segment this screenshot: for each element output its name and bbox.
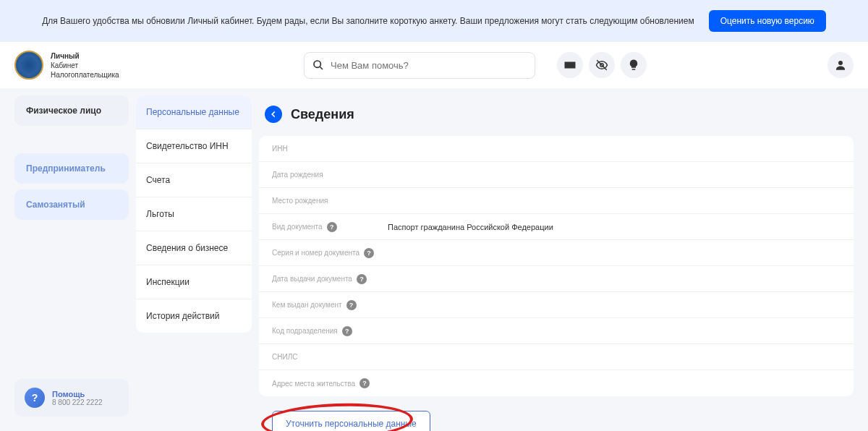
svg-point-0 (314, 61, 320, 67)
tab-history[interactable]: История действий (136, 299, 252, 333)
field-label: Код подразделения? (272, 326, 388, 336)
notification-text: Для Вашего удобства мы обновили Личный к… (42, 16, 694, 26)
help-icon[interactable]: ? (364, 248, 374, 258)
field-label: Дата рождения (272, 171, 388, 179)
tab-inn-certificate[interactable]: Свидетельство ИНН (136, 129, 252, 163)
sidebar-section: Физическое лицо (14, 95, 129, 126)
help-icon[interactable]: ? (342, 326, 352, 336)
help-icon[interactable]: ? (346, 300, 357, 310)
help-question-icon: ? (25, 388, 45, 408)
page-title: Сведения (291, 107, 354, 122)
data-column: Сведения ИНН Дата рождения Место рождени… (259, 95, 854, 431)
main-area: Физическое лицо Предприниматель Самозаня… (0, 88, 868, 431)
header: Личный Кабинет Налогоплательщика (0, 42, 868, 88)
help-icon[interactable]: ? (357, 274, 367, 284)
personal-data-card: ИНН Дата рождения Место рождения Вид док… (259, 136, 854, 396)
field-birthdate: Дата рождения (259, 162, 854, 188)
search-input[interactable] (304, 52, 535, 79)
field-document-issue-date: Дата выдачи документа? (259, 266, 854, 292)
arrow-left-icon (268, 109, 278, 119)
tab-accounts[interactable]: Счета (136, 163, 252, 197)
help-icon[interactable]: ? (327, 222, 337, 232)
field-inn: ИНН (259, 136, 854, 162)
field-label: СНИЛС (272, 353, 388, 361)
header-icons (557, 52, 647, 78)
eye-off-icon (595, 59, 608, 72)
logo-text: Личный Кабинет Налогоплательщика (51, 51, 119, 80)
visibility-button[interactable] (589, 52, 615, 78)
page-title-row: Сведения (259, 95, 854, 136)
search-box (304, 52, 535, 79)
field-document-issuer: Кем выдан документ? (259, 292, 854, 318)
field-label: Адрес места жительства? (272, 378, 388, 388)
header-right (827, 52, 854, 78)
field-value: Паспорт гражданина Российской Федерации (388, 223, 553, 231)
field-address: Адрес места жительства? (259, 370, 854, 396)
back-button[interactable] (265, 106, 282, 123)
lightbulb-icon (627, 59, 640, 72)
sidebar-item-entrepreneur[interactable]: Предприниматель (14, 153, 129, 184)
tab-benefits[interactable]: Льготы (136, 197, 252, 231)
messages-button[interactable] (557, 52, 583, 78)
search-icon (312, 59, 324, 71)
tabs-column: Персональные данные Свидетельство ИНН Сч… (136, 95, 252, 333)
field-label: Вид документа? (272, 222, 388, 232)
help-phone: 8 800 222 2222 (52, 398, 103, 406)
person-icon (834, 59, 847, 72)
field-label: Серия и номер документа? (272, 248, 388, 258)
field-label: Дата выдачи документа? (272, 274, 388, 284)
help-icon[interactable]: ? (359, 378, 370, 388)
sidebar-item-individual[interactable]: Физическое лицо (14, 95, 129, 126)
logo-emblem-icon (14, 51, 43, 80)
hint-button[interactable] (621, 52, 647, 78)
svg-line-1 (320, 67, 323, 69)
logo-area[interactable]: Личный Кабинет Налогоплательщика (14, 51, 145, 80)
tab-inspections[interactable]: Инспекции (136, 265, 252, 299)
field-subdivision-code: Код подразделения? (259, 318, 854, 344)
content-area: Персональные данные Свидетельство ИНН Сч… (136, 95, 854, 431)
profile-button[interactable] (827, 52, 854, 78)
svg-point-4 (838, 61, 843, 65)
action-area: Уточнить персональные данные (259, 396, 854, 431)
sidebar-section: Предприниматель Самозанятый (14, 153, 129, 220)
field-label: Место рождения (272, 197, 388, 205)
field-document-type: Вид документа? Паспорт гражданина Россий… (259, 214, 854, 240)
field-document-number: Серия и номер документа? (259, 240, 854, 266)
tab-personal-data[interactable]: Персональные данные (136, 95, 252, 129)
field-snils: СНИЛС (259, 344, 854, 370)
field-birthplace: Место рождения (259, 188, 854, 214)
sidebar-item-selfemployed[interactable]: Самозанятый (14, 189, 129, 220)
refine-personal-data-button[interactable]: Уточнить персональные данные (272, 411, 430, 431)
field-label: ИНН (272, 145, 388, 153)
field-label: Кем выдан документ? (272, 300, 388, 310)
help-box[interactable]: ? Помощь 8 800 222 2222 (14, 379, 129, 417)
notification-bar: Для Вашего удобства мы обновили Личный к… (0, 0, 868, 42)
tab-business-info[interactable]: Сведения о бизнесе (136, 231, 252, 265)
envelope-icon (563, 59, 576, 72)
help-text: Помощь 8 800 222 2222 (52, 390, 103, 406)
help-title: Помощь (52, 390, 103, 398)
rate-new-version-button[interactable]: Оценить новую версию (709, 10, 826, 32)
